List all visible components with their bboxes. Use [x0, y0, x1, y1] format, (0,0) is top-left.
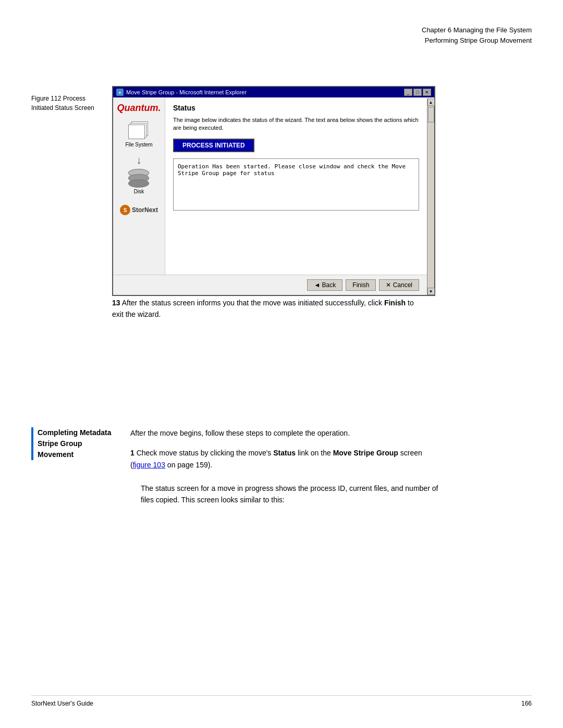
browser-controls[interactable]: _ □ ✕ — [404, 89, 431, 96]
textarea-wrapper — [173, 158, 419, 212]
wizard-footer: ◄ Back Finish ✕ Cancel — [113, 275, 427, 295]
step-13-text: After the status screen informs you that… — [112, 299, 414, 318]
wizard-description: The image below indicates the status of … — [173, 116, 419, 132]
wizard-body: Quantum. File System ↓ Disk — [113, 97, 427, 275]
scroll-up-arrow[interactable]: ▲ — [427, 98, 435, 106]
footer-left: StorNext User's Guide — [31, 700, 93, 707]
stornext-icon: S — [120, 205, 130, 215]
scroll-thumb[interactable] — [428, 107, 434, 122]
filesystem-icon: File System — [125, 121, 152, 147]
completing-step-1: 1 Check move status by clicking the move… — [130, 447, 443, 505]
disk-cylinder-3 — [128, 179, 149, 188]
header-line2: Performing Stripe Group Movement — [422, 35, 532, 46]
browser-window: e Move Stripe Group - Microsoft Internet… — [112, 86, 435, 296]
section-content: After the move begins, follow these step… — [130, 427, 443, 512]
section-heading-bar — [31, 427, 33, 460]
cancel-button[interactable]: ✕ Cancel — [379, 279, 419, 291]
footer-right: 166 — [521, 700, 532, 707]
arrow-down-icon: ↓ — [137, 154, 142, 166]
finish-button[interactable]: Finish — [346, 279, 376, 291]
step-1-subtext: The status screen for a move in progress… — [130, 471, 443, 505]
browser-title-text: Move Stripe Group - Microsoft Internet E… — [126, 89, 247, 95]
disk-label: Disk — [134, 189, 144, 194]
browser-app-icon: e — [116, 89, 124, 96]
step-1-text: Check move status by clicking the move's… — [130, 449, 422, 468]
step-13-block: 13 After the status screen informs you t… — [112, 297, 425, 320]
page-header: Chapter 6 Managing the File System Perfo… — [422, 25, 532, 45]
disk-icon: Disk — [127, 169, 151, 194]
scroll-down-arrow[interactable]: ▼ — [427, 288, 435, 295]
maximize-button[interactable]: □ — [413, 89, 422, 96]
filesystem-label: File System — [125, 142, 152, 147]
figure-103-link[interactable]: figure 103 — [133, 461, 165, 469]
page-stack-icon — [128, 121, 149, 140]
process-initiated-badge: PROCESS INITIATED — [173, 139, 254, 152]
browser-titlebar-title: e Move Stripe Group - Microsoft Internet… — [116, 89, 247, 96]
page-footer: StorNext User's Guide 166 — [31, 695, 532, 707]
wizard-content: Status The image below indicates the sta… — [165, 97, 427, 275]
section-heading-text: Completing Metadata Stripe Group Movemen… — [31, 427, 115, 460]
status-textarea[interactable] — [173, 158, 419, 211]
browser-titlebar: e Move Stripe Group - Microsoft Internet… — [113, 87, 434, 97]
disk-stack — [127, 169, 151, 189]
stornext-logo: S StorNext — [120, 205, 158, 215]
wizard-sidebar: Quantum. File System ↓ Disk — [113, 97, 165, 275]
browser-scrollbar[interactable]: ▲ ▼ — [427, 98, 434, 295]
stornext-text: StorNext — [132, 206, 158, 214]
section-heading: Completing Metadata Stripe Group Movemen… — [31, 427, 115, 460]
step-13-number: 13 — [112, 299, 120, 307]
back-button[interactable]: ◄ Back — [307, 279, 342, 291]
figure-label: Figure 112 Process Initiated Status Scre… — [31, 94, 104, 113]
step-1-number: 1 — [130, 449, 134, 457]
close-button[interactable]: ✕ — [423, 89, 431, 96]
quantum-logo: Quantum. — [117, 103, 161, 114]
section-intro: After the move begins, follow these step… — [130, 427, 443, 439]
wizard-status-title: Status — [173, 104, 419, 112]
minimize-button[interactable]: _ — [404, 89, 412, 96]
header-line1: Chapter 6 Managing the File System — [422, 25, 532, 35]
page-item-3 — [128, 125, 145, 139]
